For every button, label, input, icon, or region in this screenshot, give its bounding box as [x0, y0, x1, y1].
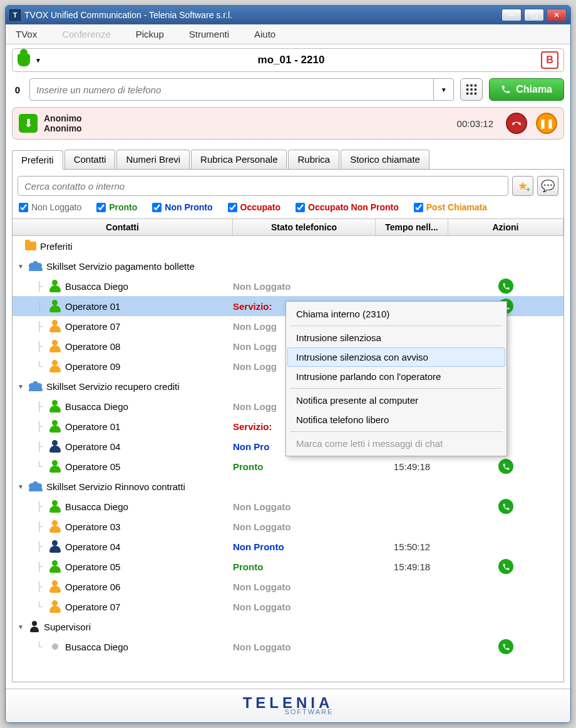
ctx-intrusione-silenziosa-avviso[interactable]: Intrusione silenziosa con avviso: [287, 347, 505, 367]
close-button[interactable]: ✕: [547, 9, 567, 21]
tree-group[interactable]: ▼Skillset Servizio Rinnovo contratti: [13, 476, 563, 496]
menu-strumenti[interactable]: Strumenti: [189, 29, 229, 39]
filter-occupato-non-pronto[interactable]: Occupato Non Pronto: [296, 202, 399, 212]
ctx-chiama-interno[interactable]: Chiama interno (2310): [287, 304, 505, 324]
hangup-button[interactable]: [506, 113, 527, 134]
dialpad-button[interactable]: [460, 78, 483, 101]
status-cell: Pronto: [233, 561, 376, 572]
app-icon: T: [9, 9, 21, 21]
grid-body[interactable]: Preferiti▼Skillset Servizio pagamento bo…: [13, 236, 563, 682]
contact-row[interactable]: ├Busacca DiegoNon Loggato: [13, 496, 563, 516]
ctx-intrusione-parlando[interactable]: Intrusione parlando con l'operatore: [287, 367, 505, 386]
person-icon: [49, 420, 61, 433]
status-cell: Non Loggato: [233, 582, 376, 592]
call-action-button[interactable]: [498, 559, 513, 574]
expand-icon[interactable]: ▼: [18, 483, 25, 490]
svg-point-1: [470, 85, 473, 87]
phone-input[interactable]: [30, 85, 433, 95]
call-button-label: Chiama: [516, 84, 552, 95]
menu-tvox[interactable]: TVox: [16, 29, 37, 39]
group-icon: [29, 381, 43, 391]
contact-name: Operatore 03: [65, 521, 120, 532]
person-icon: [49, 500, 61, 513]
search-input[interactable]: [18, 176, 508, 196]
person-icon: [49, 300, 61, 312]
tab-contatti[interactable]: Contatti: [64, 150, 116, 169]
col-azioni[interactable]: Azioni: [448, 219, 563, 235]
filter-pronto[interactable]: Pronto: [96, 202, 137, 212]
call-button[interactable]: Chiama: [489, 78, 564, 101]
context-menu: Chiama interno (2310) Intrusione silenzi…: [285, 301, 507, 456]
ctx-notifica-presente[interactable]: Notifica presente al computer: [287, 391, 505, 410]
ctx-notifica-telefono[interactable]: Notifica telefono libero: [287, 410, 505, 429]
col-stato[interactable]: Stato telefonico: [233, 219, 376, 235]
person-icon: [49, 600, 61, 613]
contact-name: Operatore 05: [65, 561, 120, 572]
hold-button[interactable]: ❚❚: [536, 113, 557, 134]
tree-group[interactable]: ▼Supervisori: [13, 617, 563, 637]
svg-point-0: [466, 85, 469, 87]
minimize-button[interactable]: ─: [501, 9, 522, 21]
maximize-button[interactable]: ▢: [524, 9, 544, 21]
expand-icon[interactable]: ▼: [18, 383, 25, 390]
tab-rubrica-personale[interactable]: Rubrica Personale: [191, 150, 287, 169]
tree-group[interactable]: ▼Skillset Servizio pagamento bollette: [13, 256, 563, 276]
call-action-button[interactable]: [498, 639, 513, 654]
tree-root[interactable]: Preferiti: [13, 236, 563, 256]
contact-row[interactable]: ├Operatore 06Non Loggato: [13, 577, 563, 597]
col-tempo[interactable]: Tempo nell...: [376, 219, 448, 235]
person-icon: [49, 520, 61, 533]
phone-dropdown-icon[interactable]: ▼: [433, 79, 453, 100]
contact-row[interactable]: ├Operatore 03Non Loggato: [13, 516, 563, 536]
status-cell: Non Loggato: [233, 501, 376, 512]
ctx-intrusione-silenziosa[interactable]: Intrusione silenziosa: [287, 328, 505, 347]
time-cell: 15:49:18: [376, 561, 448, 572]
presence-icon[interactable]: [18, 54, 30, 66]
chat-button[interactable]: 💬: [537, 176, 558, 196]
expand-icon[interactable]: ▼: [18, 623, 25, 630]
call-action-button[interactable]: [498, 499, 513, 514]
contact-row[interactable]: ├Busacca DiegoNon Loggato: [13, 276, 563, 296]
menu-aiuto[interactable]: Aiuto: [254, 29, 275, 39]
presence-bar: ▼ mo_01 - 2210 B: [12, 48, 564, 72]
menubar: TVox Conferenze Pickup Strumenti Aiuto: [6, 24, 570, 44]
call-action-button[interactable]: [498, 459, 513, 474]
contact-row[interactable]: ├Operatore 04Non Pronto15:50:12: [13, 536, 563, 556]
add-favorite-button[interactable]: ★+: [512, 176, 533, 196]
svg-point-2: [475, 85, 477, 87]
contact-row[interactable]: └Busacca DiegoNon Loggato: [13, 637, 563, 657]
contact-name: Operatore 04: [65, 441, 120, 452]
tab-numeri-brevi[interactable]: Numeri Brevi: [116, 150, 190, 169]
contact-row[interactable]: ├Operatore 05Pronto15:49:18: [13, 556, 563, 577]
menu-pickup[interactable]: Pickup: [136, 29, 164, 39]
tree-line: └: [34, 461, 45, 471]
call-action-button[interactable]: [498, 279, 513, 294]
line-indicator: 0: [12, 85, 23, 95]
titlebar[interactable]: T TVOX Unified Communication - Telenia S…: [6, 6, 570, 24]
svg-point-3: [466, 88, 469, 91]
filter-non-pronto[interactable]: Non Pronto: [152, 202, 212, 212]
contact-row[interactable]: └Operatore 05Pronto15:49:18: [13, 456, 563, 476]
group-icon: [29, 261, 43, 271]
contact-name: Busacca Diego: [65, 501, 128, 512]
expand-icon[interactable]: ▼: [18, 263, 25, 270]
col-contatti[interactable]: Contatti: [13, 219, 233, 235]
filters: Non Loggato Pronto Non Pronto Occupato O…: [13, 201, 563, 218]
tree-line: ├: [34, 582, 45, 592]
filter-occupato[interactable]: Occupato: [228, 202, 281, 212]
filter-post-chiamata[interactable]: Post Chiamata: [414, 202, 487, 212]
tab-preferiti[interactable]: Preferiti: [12, 150, 63, 170]
tab-storico[interactable]: Storico chiamate: [341, 150, 429, 169]
filter-non-loggato[interactable]: Non Loggato: [19, 202, 81, 212]
folder-icon: [25, 242, 36, 250]
svg-point-6: [466, 92, 469, 95]
ctx-marca-letti: Marca come letti i messaggi di chat: [287, 434, 505, 453]
tab-rubrica[interactable]: Rubrica: [288, 150, 339, 169]
contact-name: Operatore 05: [65, 461, 120, 472]
status-cell: Non Loggato: [233, 642, 376, 652]
app-window: T TVOX Unified Communication - Telenia S…: [5, 5, 571, 723]
active-call-panel: ⬇ Anonimo Anonimo 00:03:12 ❚❚: [12, 107, 564, 140]
contact-row[interactable]: └Operatore 07Non Loggato: [13, 597, 563, 617]
presence-dropdown-icon[interactable]: ▼: [35, 57, 41, 64]
b-button[interactable]: B: [541, 51, 558, 69]
